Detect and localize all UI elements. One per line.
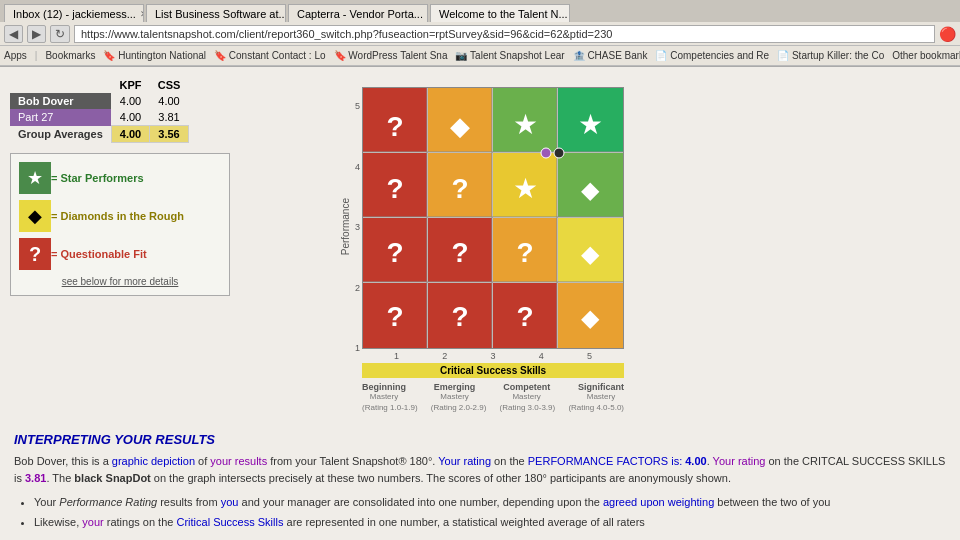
diamond-label: = Diamonds in the Rough	[51, 210, 184, 222]
x-num-2: 2	[442, 351, 447, 361]
group-avg-label: Group Averages	[10, 126, 111, 143]
tab-list[interactable]: List Business Software at... ✕	[146, 4, 286, 22]
svg-text:★: ★	[513, 109, 538, 140]
legend-diamond: ◆ = Diamonds in the Rough	[19, 200, 221, 232]
question-label: = Questionable Fit	[51, 248, 147, 260]
bob-css-score: 4.00	[150, 93, 189, 109]
legend-star: ★ = Star Performers	[19, 162, 221, 194]
mastery-significant: Significant Mastery	[578, 382, 624, 401]
diamond-icon-bg: ◆	[19, 200, 51, 232]
y-num-5: 5	[355, 101, 360, 111]
forward-button[interactable]: ▶	[27, 25, 46, 43]
y-num-1: 1	[355, 343, 360, 353]
svg-text:?: ?	[516, 237, 533, 268]
bookmark-bookmarks[interactable]: Bookmarks	[45, 50, 95, 61]
star-icon-bg: ★	[19, 162, 51, 194]
bookmark-chase[interactable]: 🏦 CHASE Bank	[573, 50, 648, 61]
x-num-3: 3	[490, 351, 495, 361]
interpret-bullets: Your Performance Rating results from you…	[34, 494, 946, 530]
x-num-4: 4	[539, 351, 544, 361]
kpf-header: KPF	[111, 77, 149, 93]
rating-3: (Rating 3.0-3.9)	[500, 403, 556, 412]
page-content: KPF CSS Bob Dover 4.00 4.00 Part 27 4.00…	[0, 67, 960, 540]
svg-text:★: ★	[578, 109, 603, 140]
svg-text:◆: ◆	[581, 176, 600, 203]
tab-capterra[interactable]: Capterra - Vendor Porta... ✕	[288, 4, 428, 22]
interpret-title: INTERPRETING YOUR RESULTS	[14, 432, 946, 447]
address-bar[interactable]	[74, 25, 935, 43]
svg-text:?: ?	[386, 173, 403, 204]
svg-text:◆: ◆	[581, 240, 600, 267]
question-icon-bg: ?	[19, 238, 51, 270]
svg-text:?: ?	[451, 173, 468, 204]
mastery-beginning: Beginning Mastery	[362, 382, 406, 401]
y-num-3: 3	[355, 222, 360, 232]
legend-footer-link[interactable]: see below for more details	[19, 276, 221, 287]
part27-css-score: 3.81	[150, 109, 189, 126]
css-header: CSS	[150, 77, 189, 93]
bookmark-talent[interactable]: 📷 Talent Snapshot Lear	[455, 50, 564, 61]
bookmark-constant[interactable]: 🔖 Constant Contact : Lo	[214, 50, 326, 61]
browser-chrome: Inbox (12) - jackiemess... ✕ List Busine…	[0, 0, 960, 67]
bookmark-apps[interactable]: Apps	[4, 50, 27, 61]
mastery-emerging: Emerging Mastery	[434, 382, 476, 401]
bob-kpf-score: 4.00	[111, 93, 149, 109]
legend-question: ? = Questionable Fit	[19, 238, 221, 270]
svg-text:?: ?	[451, 237, 468, 268]
bookmarks-bar: Apps | Bookmarks 🔖 Huntington National 🔖…	[0, 46, 960, 66]
bob-dover-name: Bob Dover	[10, 93, 111, 109]
right-panel: Performance 5 4 3 2 1	[340, 77, 720, 412]
svg-text:?: ?	[386, 237, 403, 268]
grid-chart-svg: ★ ★ ◆ ? ★ ◆ ? ?	[362, 87, 624, 349]
part27-kpf-score: 4.00	[111, 109, 149, 126]
svg-text:?: ?	[451, 301, 468, 332]
x-num-1: 1	[394, 351, 399, 361]
part27-name: Part 27	[10, 109, 111, 126]
dot-black	[554, 148, 564, 158]
svg-text:◆: ◆	[581, 304, 600, 331]
back-button[interactable]: ◀	[4, 25, 23, 43]
rating-1: (Rating 1.0-1.9)	[362, 403, 418, 412]
nav-bar: ◀ ▶ ↻ 🔴	[0, 22, 960, 46]
tab-close-icon[interactable]: ✕	[140, 9, 144, 19]
left-panel: KPF CSS Bob Dover 4.00 4.00 Part 27 4.00…	[10, 77, 330, 412]
css-label-bar: Critical Success Skills	[362, 363, 624, 378]
svg-text:?: ?	[386, 111, 403, 142]
svg-text:★: ★	[513, 173, 538, 204]
interpret-paragraph1: Bob Dover, this is a graphic depiction o…	[14, 453, 946, 486]
dot-purple	[541, 148, 551, 158]
score-table: KPF CSS Bob Dover 4.00 4.00 Part 27 4.00…	[10, 77, 330, 143]
y-num-4: 4	[355, 162, 360, 172]
bookmark-startup[interactable]: 📄 Startup Killer: the Co	[777, 50, 884, 61]
y-axis-label: Performance	[340, 198, 351, 255]
star-label: = Star Performers	[51, 172, 144, 184]
tab-inbox[interactable]: Inbox (12) - jackiemess... ✕	[4, 4, 144, 22]
y-num-2: 2	[355, 283, 360, 293]
tab-talent[interactable]: Welcome to the Talent N... ✕	[430, 4, 570, 22]
group-avg-css: 3.56	[150, 126, 189, 143]
svg-text:◆: ◆	[450, 111, 470, 141]
bookmark-huntington[interactable]: 🔖 Huntington National	[103, 50, 206, 61]
rating-2: (Rating 2.0-2.9)	[431, 403, 487, 412]
x-num-5: 5	[587, 351, 592, 361]
chrome-icon: 🔴	[939, 26, 956, 42]
group-avg-kpf: 4.00	[111, 126, 149, 143]
legend-box: ★ = Star Performers ◆ = Diamonds in the …	[10, 153, 230, 296]
tab-close-icon[interactable]: ✕	[427, 9, 428, 19]
tab-bar: Inbox (12) - jackiemess... ✕ List Busine…	[0, 0, 960, 22]
interpretation-section: INTERPRETING YOUR RESULTS Bob Dover, thi…	[0, 422, 960, 540]
bookmark-other[interactable]: Other bookmarks	[892, 50, 960, 61]
svg-text:?: ?	[386, 301, 403, 332]
bookmark-wordpress[interactable]: 🔖 WordPress Talent Sna	[334, 50, 448, 61]
bookmark-competencies[interactable]: 📄 Competencies and Re	[655, 50, 769, 61]
svg-text:?: ?	[516, 301, 533, 332]
mastery-competent: Competent Mastery	[503, 382, 550, 401]
rating-4: (Rating 4.0-5.0)	[568, 403, 624, 412]
reload-button[interactable]: ↻	[50, 25, 70, 43]
